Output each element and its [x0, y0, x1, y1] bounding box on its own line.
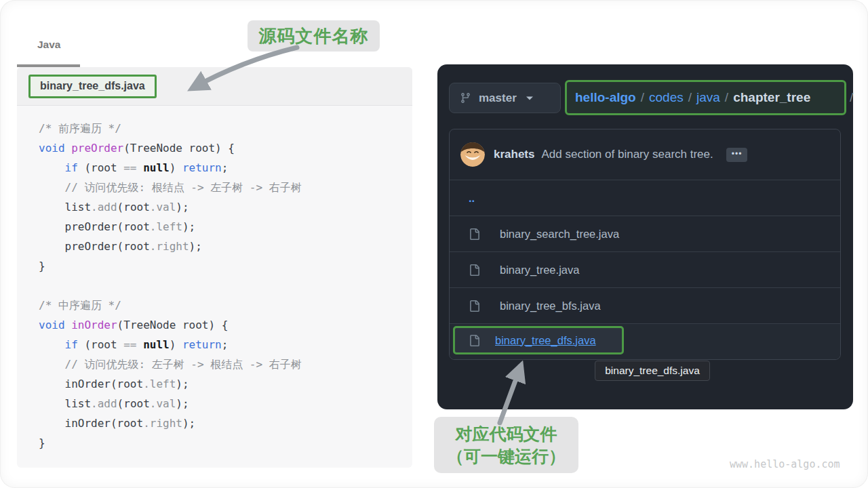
- code-line: // 访问优先级: 左子树 -> 根结点 -> 右子树: [39, 354, 407, 374]
- breadcrumb-segment[interactable]: codes: [649, 90, 684, 105]
- avatar[interactable]: [460, 142, 485, 167]
- code-block: /* 前序遍历 */void preOrder(TreeNode root) {…: [39, 119, 407, 465]
- annotation-source-filename: 源码文件名称: [248, 20, 380, 52]
- code-line: }: [39, 433, 407, 453]
- commit-author[interactable]: krahets: [494, 148, 534, 161]
- parent-directory-label: ..: [469, 192, 475, 205]
- file-icon: [469, 228, 480, 240]
- code-line: if (root == null) return;: [39, 158, 407, 178]
- code-filename: binary_tree_dfs.java: [28, 75, 157, 98]
- github-panel: master hello-algo/codes/java/chapter_tre…: [437, 64, 853, 409]
- code-line: inOrder(root.right);: [39, 413, 407, 433]
- code-line: // 访问优先级: 根结点 -> 左子树 -> 右子树: [39, 178, 407, 197]
- code-line: /* 前序遍历 */: [39, 119, 407, 138]
- branch-selector-button[interactable]: master: [449, 83, 561, 113]
- annotation-target-line2: （可一键运行）: [447, 445, 566, 468]
- chevron-down-icon: [526, 96, 534, 101]
- breadcrumb-separator: /: [684, 90, 696, 105]
- code-line: [39, 276, 407, 296]
- latest-commit-row: krahets Add section of binary search tre…: [450, 129, 840, 180]
- file-row-selected[interactable]: binary_tree_dfs.java: [450, 324, 840, 359]
- code-line: list.add(root.val);: [39, 394, 407, 413]
- selected-file-link[interactable]: binary_tree_dfs.java: [495, 334, 596, 347]
- git-branch-icon: [460, 92, 471, 104]
- breadcrumb-separator: /: [720, 90, 733, 105]
- code-line: if (root == null) return;: [39, 335, 407, 354]
- breadcrumb-separator: /: [636, 90, 649, 105]
- commit-message[interactable]: Add section of binary search tree.: [541, 148, 713, 161]
- tab-java[interactable]: Java: [37, 39, 60, 51]
- file-name: binary_search_tree.java: [500, 228, 619, 241]
- commit-more-button[interactable]: •••: [726, 148, 748, 162]
- code-titlebar: binary_tree_dfs.java: [17, 67, 412, 106]
- file-row[interactable]: binary_tree.java: [450, 252, 840, 288]
- code-line: preOrder(root.left);: [39, 217, 407, 237]
- file-name: binary_tree.java: [500, 264, 579, 277]
- file-browser-box: krahets Add section of binary search tre…: [449, 129, 841, 360]
- breadcrumb-segment[interactable]: hello-algo: [575, 90, 636, 105]
- parent-directory-row[interactable]: ..: [450, 180, 840, 216]
- file-row[interactable]: binary_tree_bfs.java: [450, 288, 840, 324]
- filename-tooltip: binary_tree_dfs.java: [595, 361, 710, 381]
- watermark: www.hello-algo.com: [730, 458, 840, 470]
- code-line: /* 中序遍历 */: [39, 296, 407, 315]
- breadcrumb: hello-algo/codes/java/chapter_tree: [565, 80, 846, 115]
- code-line: void inOrder(TreeNode root) {: [39, 315, 407, 335]
- breadcrumb-segment[interactable]: java: [696, 90, 720, 105]
- file-icon: [469, 300, 480, 312]
- code-line: preOrder(root.right);: [39, 237, 407, 256]
- code-card: binary_tree_dfs.java /* 前序遍历 */void preO…: [17, 67, 412, 468]
- breadcrumb-trailing-slash: /: [850, 90, 853, 105]
- code-line: inOrder(root.left);: [39, 374, 407, 394]
- branch-name: master: [479, 92, 517, 105]
- annotation-target-line1: 对应代码文件: [456, 423, 557, 445]
- figure-frame: Java binary_tree_dfs.java /* 前序遍历 */void…: [0, 0, 868, 488]
- file-row[interactable]: binary_search_tree.java: [450, 216, 840, 252]
- file-icon: [469, 264, 480, 276]
- annotation-target-file: 对应代码文件 （可一键运行）: [434, 417, 578, 473]
- code-line: list.add(root.val);: [39, 197, 407, 217]
- selected-file-focus-box: binary_tree_dfs.java: [453, 326, 624, 354]
- file-icon: [469, 335, 480, 346]
- code-line: void preOrder(TreeNode root) {: [39, 138, 407, 158]
- file-list: binary_search_tree.javabinary_tree.javab…: [450, 216, 840, 324]
- file-name: binary_tree_bfs.java: [500, 300, 601, 312]
- breadcrumb-segment: chapter_tree: [733, 90, 810, 105]
- code-line: }: [39, 256, 407, 276]
